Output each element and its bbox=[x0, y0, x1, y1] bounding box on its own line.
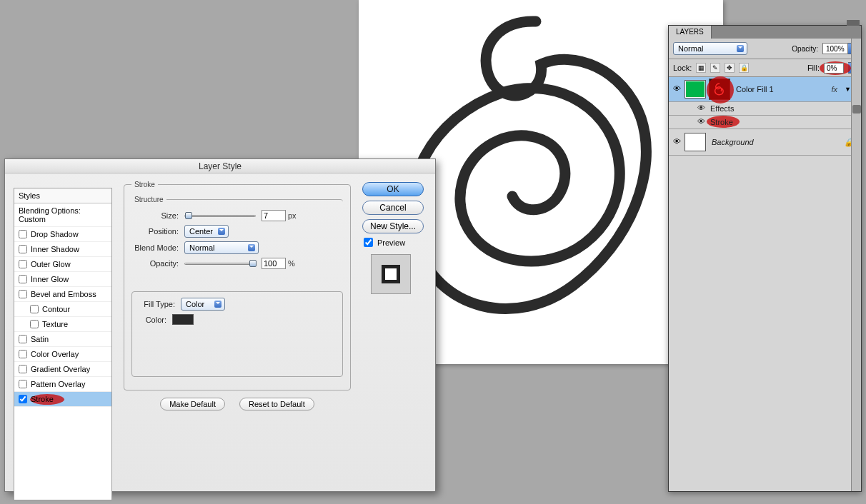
dialog-buttons: OK Cancel New Style... Preview bbox=[362, 182, 428, 294]
cancel-button[interactable]: Cancel bbox=[362, 201, 424, 215]
size-slider[interactable] bbox=[184, 215, 256, 217]
label-stroke: Stroke bbox=[31, 395, 54, 403]
layers-list: 👁 Color Fill 1 fx ▼ 👁 Effects 👁 Stroke 👁… bbox=[669, 77, 861, 491]
label-contour: Contour bbox=[42, 305, 70, 313]
stroke-color-swatch[interactable] bbox=[172, 314, 194, 325]
new-style-button[interactable]: New Style... bbox=[362, 219, 424, 233]
stroke-opacity-unit: % bbox=[288, 259, 295, 268]
panel-menu-icon[interactable] bbox=[847, 20, 860, 26]
label-inner-shadow: Inner Shadow bbox=[31, 245, 79, 253]
layer-mask-thumbnail[interactable] bbox=[709, 79, 730, 100]
structure-fieldset: Structure Size: px Position: Center Blen… bbox=[131, 196, 343, 277]
layers-controls-row: Normal Opacity: ▾ bbox=[669, 39, 861, 59]
filltype-select[interactable]: Color bbox=[181, 298, 225, 311]
position-label: Position: bbox=[131, 227, 179, 236]
layer-row-background[interactable]: 👁 Background 🔒 bbox=[669, 129, 861, 156]
blendmode-value: Normal bbox=[189, 243, 214, 252]
style-gradient-overlay[interactable]: Gradient Overlay bbox=[14, 362, 111, 377]
layer-thumbnail[interactable] bbox=[685, 80, 706, 99]
label-bevel-emboss: Bevel and Emboss bbox=[31, 290, 96, 298]
preview-checkbox[interactable] bbox=[364, 238, 373, 247]
lock-paint-icon[interactable]: ✎ bbox=[710, 63, 720, 73]
checkbox-bevel-emboss[interactable] bbox=[19, 290, 27, 298]
style-contour[interactable]: Contour bbox=[14, 302, 111, 317]
stroke-color-label: Color: bbox=[139, 316, 166, 324]
reset-default-button[interactable]: Reset to Default bbox=[239, 398, 314, 410]
layer-name: Color Fill 1 bbox=[736, 85, 774, 94]
stroke-opacity-label: Opacity: bbox=[131, 259, 179, 268]
visibility-eye-icon[interactable]: 👁 bbox=[672, 84, 682, 94]
layer-blendmode-select[interactable]: Normal bbox=[673, 42, 747, 55]
checkbox-drop-shadow[interactable] bbox=[19, 230, 27, 238]
stroke-legend: Stroke bbox=[131, 181, 158, 188]
label-gradient-overlay: Gradient Overlay bbox=[31, 365, 90, 373]
style-bevel-emboss[interactable]: Bevel and Emboss bbox=[14, 287, 111, 302]
size-input[interactable] bbox=[262, 210, 286, 221]
preview-label: Preview bbox=[377, 238, 405, 247]
label-satin: Satin bbox=[31, 335, 49, 343]
size-unit: px bbox=[288, 211, 297, 220]
make-default-button[interactable]: Make Default bbox=[160, 398, 225, 410]
layers-blank-area bbox=[669, 156, 861, 491]
stroke-opacity-input[interactable] bbox=[262, 258, 286, 269]
layers-tabbar: LAYERS bbox=[669, 26, 861, 39]
layer-row-color-fill[interactable]: 👁 Color Fill 1 fx ▼ bbox=[669, 77, 861, 102]
blending-options-row[interactable]: Blending Options: Custom bbox=[14, 203, 111, 227]
layer-fill-input[interactable] bbox=[824, 63, 844, 74]
preview-thumbnail bbox=[371, 254, 411, 294]
layers-scrollbar[interactable] bbox=[851, 39, 861, 491]
styles-list: Styles Blending Options: Custom Drop Sha… bbox=[14, 188, 112, 500]
position-select[interactable]: Center bbox=[184, 225, 229, 238]
checkbox-contour[interactable] bbox=[30, 305, 39, 313]
checkbox-satin[interactable] bbox=[19, 335, 27, 343]
stroke-effect-sublayer[interactable]: 👁 Stroke bbox=[669, 116, 861, 129]
fill-fieldset: Fill Type: Color Color: bbox=[131, 291, 343, 377]
stroke-opacity-slider[interactable] bbox=[184, 263, 256, 265]
lock-icons-group: ▦ ✎ ✥ 🔒 bbox=[696, 63, 751, 73]
fx-icon[interactable]: fx bbox=[832, 85, 842, 94]
size-label: Size: bbox=[131, 211, 179, 220]
style-color-overlay[interactable]: Color Overlay bbox=[14, 347, 111, 362]
label-inner-glow: Inner Glow bbox=[31, 275, 69, 283]
style-drop-shadow[interactable]: Drop Shadow bbox=[14, 227, 111, 242]
checkbox-inner-glow[interactable] bbox=[19, 275, 27, 283]
blendmode-select[interactable]: Normal bbox=[184, 241, 259, 254]
filltype-label: Fill Type: bbox=[139, 300, 175, 308]
checkbox-texture[interactable] bbox=[30, 320, 39, 328]
style-inner-shadow[interactable]: Inner Shadow bbox=[14, 242, 111, 257]
visibility-eye-icon[interactable]: 👁 bbox=[672, 137, 682, 147]
effects-sublayer[interactable]: 👁 Effects bbox=[669, 102, 861, 116]
structure-legend: Structure bbox=[131, 196, 166, 203]
position-value: Center bbox=[189, 227, 213, 236]
layer-fill-label: Fill: bbox=[807, 64, 820, 72]
style-stroke[interactable]: Stroke bbox=[14, 392, 111, 407]
effects-label: Effects bbox=[710, 104, 734, 113]
style-pattern-overlay[interactable]: Pattern Overlay bbox=[14, 377, 111, 392]
layers-tab[interactable]: LAYERS bbox=[669, 26, 712, 39]
layer-name: Background bbox=[712, 138, 754, 146]
checkbox-outer-glow[interactable] bbox=[19, 260, 27, 268]
style-outer-glow[interactable]: Outer Glow bbox=[14, 257, 111, 272]
style-inner-glow[interactable]: Inner Glow bbox=[14, 272, 111, 287]
checkbox-pattern-overlay[interactable] bbox=[19, 380, 27, 388]
visibility-eye-icon[interactable]: 👁 bbox=[696, 104, 706, 114]
lock-transparency-icon[interactable]: ▦ bbox=[696, 63, 706, 73]
lock-all-icon[interactable]: 🔒 bbox=[739, 63, 749, 73]
lock-move-icon[interactable]: ✥ bbox=[725, 63, 735, 73]
checkbox-color-overlay[interactable] bbox=[19, 350, 27, 358]
stroke-fieldset: Stroke Structure Size: px Position: Cent… bbox=[124, 181, 351, 390]
layer-thumbnail[interactable] bbox=[685, 133, 706, 151]
filltype-value: Color bbox=[186, 300, 204, 308]
visibility-eye-icon[interactable]: 👁 bbox=[696, 117, 706, 127]
style-texture[interactable]: Texture bbox=[14, 317, 111, 332]
checkbox-inner-shadow[interactable] bbox=[19, 245, 27, 253]
blendmode-label: Blend Mode: bbox=[131, 243, 179, 252]
checkbox-stroke[interactable] bbox=[19, 395, 27, 403]
layer-opacity-input[interactable] bbox=[822, 43, 848, 54]
style-satin[interactable]: Satin bbox=[14, 332, 111, 347]
label-pattern-overlay: Pattern Overlay bbox=[31, 380, 85, 388]
checkbox-gradient-overlay[interactable] bbox=[19, 365, 27, 373]
stroke-settings: Stroke Structure Size: px Position: Cent… bbox=[124, 181, 351, 410]
label-color-overlay: Color Overlay bbox=[31, 350, 79, 358]
ok-button[interactable]: OK bbox=[362, 182, 424, 196]
